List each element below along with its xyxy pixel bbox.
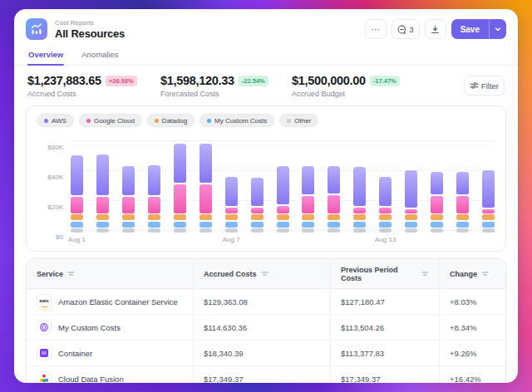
column-header-change[interactable]: Change xyxy=(439,259,505,288)
legend-dot xyxy=(86,119,91,123)
bar-day-4[interactable] xyxy=(148,165,160,233)
segment-my_custom_costs xyxy=(456,222,469,228)
table-row[interactable]: Cloud Data Fusion$17,349.37$17,349.37+16… xyxy=(27,366,505,383)
bar-day-9[interactable] xyxy=(277,166,289,233)
legend-label: My Custom Costs xyxy=(214,117,267,125)
save-button[interactable]: Save xyxy=(451,19,489,39)
y-tick-label: $40K xyxy=(37,174,63,181)
bar-day-11[interactable] xyxy=(328,166,340,233)
x-tick xyxy=(405,236,417,245)
segment-aws xyxy=(96,154,109,195)
bar-day-6[interactable] xyxy=(200,144,212,233)
accrued-cost-cell: $18,340.39 xyxy=(193,341,330,365)
bar-day-8[interactable] xyxy=(251,178,264,233)
service-name: Amazon Elastic Container Service xyxy=(58,297,178,306)
table-body: awsAmazon Elastic Container Service$129,… xyxy=(27,289,505,383)
legend-label: Google Cloud xyxy=(94,117,135,125)
segment-other xyxy=(225,228,238,233)
segment-datadog xyxy=(431,214,443,220)
bar-day-3[interactable] xyxy=(122,166,135,233)
bar-day-10[interactable] xyxy=(302,166,314,233)
bar-day-16[interactable] xyxy=(456,172,469,233)
table-row[interactable]: Container$18,340.39$113,377.83+9.26% xyxy=(27,341,505,366)
segment-google_cloud xyxy=(251,208,264,213)
column-header-accrued-costs[interactable]: Accrued Costs xyxy=(193,259,330,288)
segment-aws xyxy=(225,177,238,206)
segment-datadog xyxy=(251,214,264,220)
segment-aws xyxy=(200,144,212,183)
legend-pill-aws[interactable]: AWS xyxy=(37,114,74,127)
table-header-row: ServiceAccrued CostsPrevious Period Cost… xyxy=(27,259,505,289)
legend-pill-other[interactable]: Other xyxy=(279,114,318,127)
service-icon-box xyxy=(37,371,52,383)
segment-datadog xyxy=(405,214,417,220)
bar-day-7[interactable] xyxy=(225,177,238,233)
change-badge: +26.93% xyxy=(106,76,137,86)
segment-datadog xyxy=(174,214,186,220)
segment-google_cloud xyxy=(328,195,340,213)
save-dropdown-button[interactable] xyxy=(489,19,506,39)
segment-datadog xyxy=(96,214,109,220)
accrued-cost-cell: $129,363.08 xyxy=(193,289,330,314)
save-split-button: Save xyxy=(451,19,506,39)
previous-period-cost-cell: $17,349.37 xyxy=(330,366,439,383)
comments-count: 3 xyxy=(409,25,413,34)
accrued-cost-cell: $114,630.36 xyxy=(193,315,330,340)
segment-datadog xyxy=(482,214,495,220)
segment-my_custom_costs xyxy=(200,222,212,228)
segment-other xyxy=(96,228,109,233)
segment-google_cloud xyxy=(148,197,160,213)
stacked-bar xyxy=(96,154,109,233)
segment-my_custom_costs xyxy=(122,222,135,228)
segment-google_cloud xyxy=(302,196,314,213)
segment-other xyxy=(174,228,186,233)
column-header-service[interactable]: Service xyxy=(27,259,193,288)
tab-overview[interactable]: Overview xyxy=(27,47,64,65)
bar-day-12[interactable] xyxy=(353,167,366,233)
more-button[interactable]: ⋯ xyxy=(365,19,387,39)
segment-datadog xyxy=(328,214,340,220)
legend-pill-datadog[interactable]: Datadog xyxy=(147,114,195,127)
change-cell: +8.34% xyxy=(439,315,505,340)
stat-accrued-costs: $1,237,883.65+26.93%Accrued Costs xyxy=(27,74,139,98)
change-badge: -17.47% xyxy=(370,76,400,86)
segment-google_cloud xyxy=(122,197,135,213)
bar-day-14[interactable] xyxy=(405,170,417,233)
segment-datadog xyxy=(379,214,392,220)
sort-icon xyxy=(261,271,268,277)
segment-aws xyxy=(456,172,469,194)
segment-datadog xyxy=(277,214,289,220)
segment-other xyxy=(302,228,314,233)
bar-day-1[interactable] xyxy=(71,155,83,233)
chart-legend: AWSGoogle CloudDatadogMy Custom CostsOth… xyxy=(37,114,495,127)
tab-anomalies[interactable]: Anomalies xyxy=(81,47,119,65)
filter-button[interactable]: Filter xyxy=(464,76,505,96)
x-tick xyxy=(302,236,314,245)
service-icon-box xyxy=(37,320,52,335)
legend-pill-google-cloud[interactable]: Google Cloud xyxy=(79,114,142,127)
table-row[interactable]: My Custom Costs$114,630.36$113,504.26+8.… xyxy=(27,315,505,341)
bar-day-15[interactable] xyxy=(431,172,443,233)
segment-datadog xyxy=(225,214,238,220)
segment-google_cloud xyxy=(71,197,83,213)
chart-plot: $80K$40K$20K$0 Aug 1Aug 7Aug 13 xyxy=(37,134,495,247)
stacked-bar xyxy=(148,165,160,233)
table-row[interactable]: awsAmazon Elastic Container Service$129,… xyxy=(27,289,505,315)
segment-my_custom_costs xyxy=(302,222,314,228)
stat-value: $1,500,000.00 xyxy=(292,74,366,87)
stat-value: $1,598,120.33 xyxy=(160,74,234,87)
legend-pill-my-custom-costs[interactable]: My Custom Costs xyxy=(200,114,274,127)
column-header-previous-period-costs[interactable]: Previous Period Costs xyxy=(330,259,439,288)
bar-day-5[interactable] xyxy=(174,144,186,233)
stacked-bar xyxy=(277,166,289,233)
bar-day-17[interactable] xyxy=(482,170,495,233)
legend-dot xyxy=(207,119,211,123)
stacked-bar xyxy=(405,170,417,233)
legend-label: Datadog xyxy=(162,117,187,125)
service-name: Cloud Data Fusion xyxy=(58,375,124,384)
x-tick xyxy=(456,236,469,245)
bar-day-2[interactable] xyxy=(96,154,109,233)
bar-day-13[interactable] xyxy=(379,177,392,233)
download-button[interactable] xyxy=(425,19,446,39)
comments-button[interactable]: 3 xyxy=(392,19,419,39)
